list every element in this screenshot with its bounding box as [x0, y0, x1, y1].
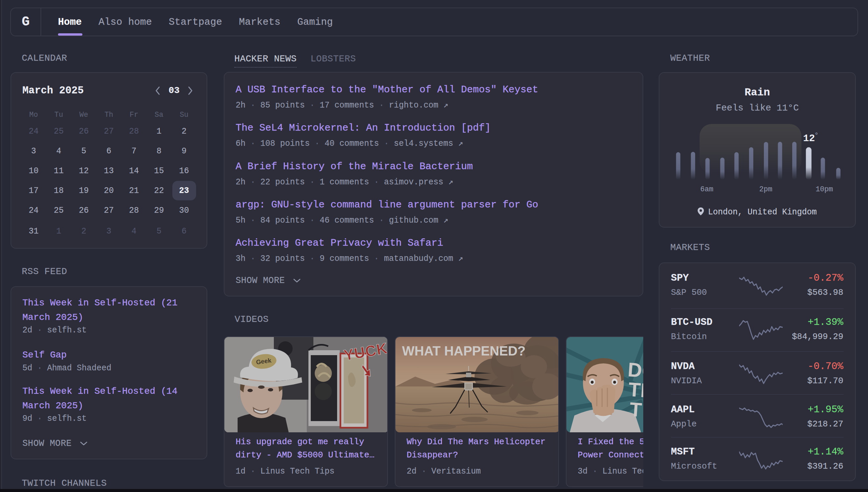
svg-text:12: 12 — [803, 133, 815, 144]
svg-text:°: ° — [814, 131, 819, 140]
